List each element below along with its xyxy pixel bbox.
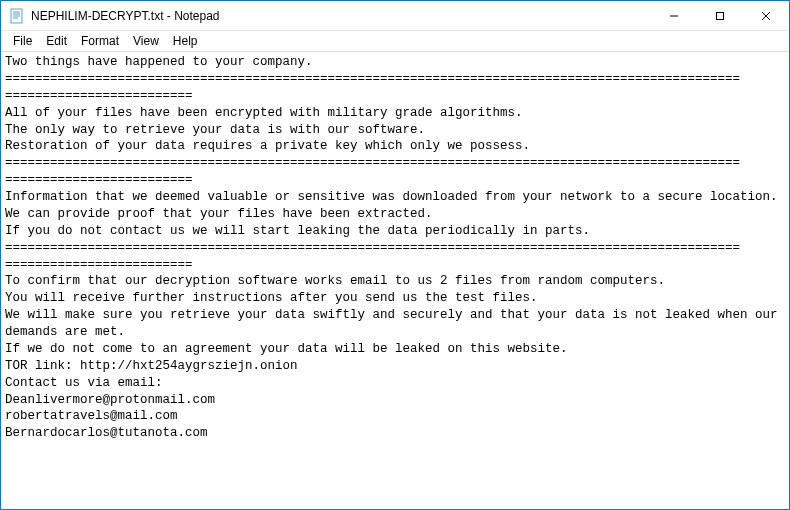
text-line: robertatravels@mail.com (5, 408, 785, 425)
menu-file[interactable]: File (7, 33, 38, 49)
text-line: Bernardocarlos@tutanota.com (5, 425, 785, 442)
text-line: The only way to retrieve your data is wi… (5, 122, 785, 139)
text-line: ========================= (5, 172, 785, 189)
menu-format[interactable]: Format (75, 33, 125, 49)
svg-rect-6 (717, 12, 724, 19)
text-line: If we do not come to an agreement your d… (5, 341, 785, 358)
text-line: Two things have happened to your company… (5, 54, 785, 71)
text-line: To confirm that our decryption software … (5, 273, 785, 290)
text-line: All of your files have been encrypted wi… (5, 105, 785, 122)
notepad-icon (9, 8, 25, 24)
text-line: TOR link: http://hxt254aygrsziejn.onion (5, 358, 785, 375)
text-line: Information that we deemed valuable or s… (5, 189, 785, 206)
window-controls (651, 1, 789, 30)
maximize-button[interactable] (697, 1, 743, 30)
text-line: If you do not contact us we will start l… (5, 223, 785, 240)
text-editor-area[interactable]: Two things have happened to your company… (1, 51, 789, 509)
menu-view[interactable]: View (127, 33, 165, 49)
text-line: Restoration of your data requires a priv… (5, 138, 785, 155)
text-line: Contact us via email: (5, 375, 785, 392)
window-title: NEPHILIM-DECRYPT.txt - Notepad (31, 9, 651, 23)
menubar: File Edit Format View Help (1, 31, 789, 51)
text-line: ========================= (5, 257, 785, 274)
text-line: ========================= (5, 88, 785, 105)
text-line: We will make sure you retrieve your data… (5, 307, 785, 341)
text-line: We can provide proof that your files hav… (5, 206, 785, 223)
text-line: Deanlivermore@protonmail.com (5, 392, 785, 409)
menu-edit[interactable]: Edit (40, 33, 73, 49)
text-line: ========================================… (5, 155, 785, 172)
text-line: ========================================… (5, 240, 785, 257)
notepad-window: NEPHILIM-DECRYPT.txt - Notepad File Edit… (0, 0, 790, 510)
text-line: You will receive further instructions af… (5, 290, 785, 307)
close-button[interactable] (743, 1, 789, 30)
titlebar[interactable]: NEPHILIM-DECRYPT.txt - Notepad (1, 1, 789, 31)
menu-help[interactable]: Help (167, 33, 204, 49)
text-line: ========================================… (5, 71, 785, 88)
minimize-button[interactable] (651, 1, 697, 30)
